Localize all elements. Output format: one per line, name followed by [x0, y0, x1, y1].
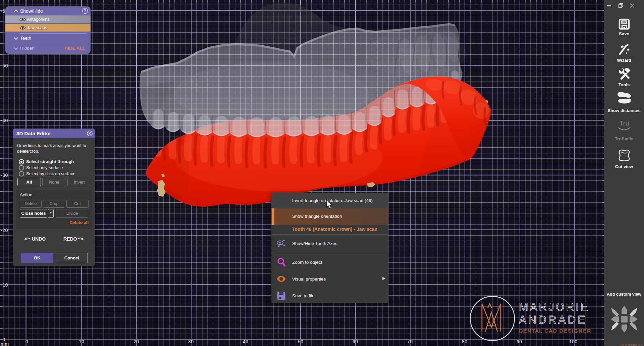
svg-text:Tru: Tru	[619, 119, 629, 127]
svg-text:ANDRADE: ANDRADE	[519, 313, 587, 326]
svg-text:MARJORIE: MARJORIE	[519, 301, 590, 313]
svg-text:DENTAL CAD DESIGNER: DENTAL CAD DESIGNER	[519, 328, 591, 334]
svg-text:STL: STL	[279, 292, 283, 295]
